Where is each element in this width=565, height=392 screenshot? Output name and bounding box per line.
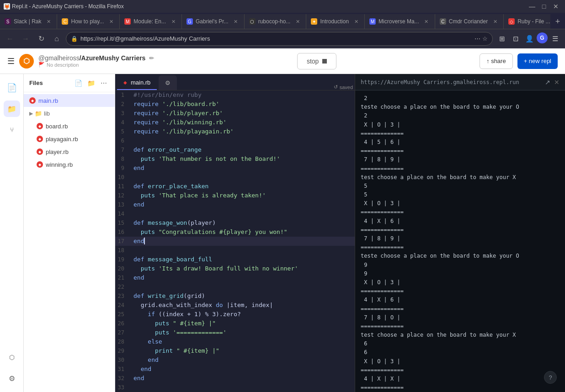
line-content[interactable]: require './lib/player.rb' — [132, 109, 355, 118]
line-content[interactable]: if ((index + 1) % 3).zero? — [132, 310, 355, 319]
edit-icon[interactable]: ✏ — [149, 55, 154, 62]
line-content[interactable]: end — [132, 237, 355, 246]
line-content[interactable]: def error_out_range — [132, 145, 355, 154]
new-file-icon[interactable]: 📄 — [4, 79, 20, 96]
browser-tab-ruby[interactable]: ◇Ruby - File ...✕ — [504, 14, 550, 29]
terminal-area: https://AzureMushy Carriers.gmalheiross.… — [355, 74, 565, 392]
add-folder-button[interactable]: 📁 — [85, 78, 96, 89]
line-content[interactable]: end — [132, 200, 355, 209]
menu-icon[interactable]: ☰ — [549, 32, 561, 45]
code-line-24: 24 grid.each_with_index do |item, index| — [115, 301, 355, 310]
terminal-header: https://AzureMushy Carriers.gmalheiross.… — [355, 74, 565, 90]
line-content[interactable]: else — [132, 337, 355, 346]
close-terminal-button[interactable]: ✕ — [554, 79, 560, 86]
terminal-line: ============= — [361, 366, 560, 375]
add-file-button[interactable]: 📄 — [73, 78, 84, 89]
line-content[interactable]: def message_board_full — [132, 255, 355, 264]
browser-tab-microverse[interactable]: MMicroverse Ma...✕ — [365, 14, 435, 29]
file-item-player_rb[interactable]: ◆player.rb — [24, 145, 115, 158]
line-content[interactable]: puts 'Its a draw! Board full with no win… — [132, 264, 355, 273]
bookmark-star-icon[interactable]: ☆ — [482, 35, 488, 42]
editor-content[interactable]: 1#!/usr/bin/env ruby2require './lib/boar… — [115, 90, 355, 392]
line-content[interactable] — [132, 246, 355, 255]
maximize-button[interactable]: □ — [538, 2, 549, 11]
new-tab-button[interactable]: + — [550, 14, 565, 29]
more-files-button[interactable]: ⋯ — [98, 78, 109, 89]
account-icon[interactable]: 👤 — [523, 32, 536, 45]
terminal-content[interactable]: 2teste choose a place on the board to ma… — [355, 90, 565, 392]
line-content[interactable]: def write_grid(grid) — [132, 291, 355, 301]
bookmark-icon[interactable]: ⋯ — [474, 35, 480, 42]
line-content[interactable]: end — [132, 365, 355, 374]
folder-item-lib[interactable]: ▶📁lib — [24, 107, 115, 120]
home-button[interactable]: ⌂ — [50, 32, 63, 45]
sync-icon[interactable]: ⊡ — [509, 32, 522, 45]
settings-icon[interactable]: ⚙ — [4, 370, 20, 387]
hamburger-menu[interactable]: ☰ — [7, 56, 15, 66]
help-button[interactable]: ? — [544, 371, 557, 384]
line-content[interactable]: puts " #{item} |" — [132, 319, 355, 328]
line-content[interactable] — [132, 282, 355, 291]
line-content[interactable]: puts "Congratulations #{player} you won!… — [132, 228, 355, 237]
code-line-26: 26 puts " #{item} |" — [115, 319, 355, 328]
browser-tab-cmdr[interactable]: CCmdr Coriander✕ — [435, 14, 504, 29]
line-number: 28 — [115, 337, 132, 346]
files-list: ◆main.rb▶📁lib◆board.rb◆playagain.rb◆play… — [24, 92, 115, 392]
file-item-board_rb[interactable]: ◆board.rb — [24, 120, 115, 132]
editor-tab-main-rb[interactable]: ◆ main.rb — [117, 75, 157, 90]
browser-tab-gabriel[interactable]: GGabriel's Pr...✕ — [182, 14, 245, 29]
stop-button[interactable]: stop — [297, 53, 336, 69]
bookmarks-icon[interactable]: ⊞ — [496, 32, 508, 45]
code-line-14: 14 — [115, 209, 355, 218]
url-bar[interactable]: 🔒 https://repl.it/@gmalheiross/AzureMush… — [66, 32, 493, 46]
minimize-button[interactable]: — — [527, 2, 538, 11]
line-content[interactable]: end — [132, 355, 355, 365]
profile-g-icon[interactable]: G — [537, 32, 548, 43]
line-content[interactable]: puts '=============' — [132, 328, 355, 337]
code-line-17: 17end — [115, 237, 355, 246]
line-content[interactable]: end — [132, 273, 355, 282]
browser-tab-howtoplay[interactable]: CHow to play...✕ — [57, 14, 120, 29]
line-content[interactable]: def error_place_taken — [132, 182, 355, 191]
open-terminal-icon[interactable]: ↗ — [545, 79, 550, 86]
line-content[interactable]: def message_won(player) — [132, 218, 355, 228]
line-content[interactable]: end — [132, 164, 355, 173]
file-item-playagain_rb[interactable]: ◆playagain.rb — [24, 132, 115, 145]
line-content[interactable]: require './lib/winning.rb' — [132, 118, 355, 127]
git-icon[interactable]: ⑂ — [4, 122, 20, 138]
file-name: player.rb — [46, 148, 69, 155]
line-content[interactable] — [132, 209, 355, 218]
browser-tab-module[interactable]: MModule: En...✕ — [120, 14, 182, 29]
code-line-23: 23def write_grid(grid) — [115, 291, 355, 301]
close-button[interactable]: ✕ — [550, 2, 561, 11]
file-item-main_rb[interactable]: ◆main.rb — [24, 94, 115, 107]
line-content[interactable]: puts 'That place is already taken!' — [132, 191, 355, 200]
line-content[interactable]: require './lib/board.rb' — [132, 100, 355, 109]
packages-icon[interactable]: ⬡ — [4, 349, 20, 366]
line-content[interactable] — [132, 136, 355, 145]
line-content[interactable]: #!/usr/bin/env ruby — [132, 90, 355, 100]
new-repl-label: + new repl — [524, 58, 551, 64]
line-content[interactable]: grid.each_with_index do |item, index| — [132, 301, 355, 310]
share-button[interactable]: ↑ share — [480, 53, 513, 69]
new-repl-button[interactable]: + new repl — [517, 53, 558, 69]
line-content[interactable]: print " #{item} |" — [132, 346, 355, 355]
line-content[interactable]: require './lib/playagain.rb' — [132, 127, 355, 136]
forward-button[interactable]: → — [19, 32, 32, 45]
line-content[interactable]: end — [132, 374, 355, 383]
editor-tab-settings[interactable]: ⚙ — [159, 75, 177, 90]
line-number: 24 — [115, 301, 132, 309]
files-icon[interactable]: 📁 — [4, 101, 20, 117]
line-content[interactable] — [132, 383, 355, 392]
browser-tab-rubocop[interactable]: ⬡rubocop-ho...✕ — [245, 14, 307, 29]
file-item-winning_rb[interactable]: ◆winning.rb — [24, 158, 115, 171]
browser-tab-intro[interactable]: ✦Introduction✕ — [306, 14, 365, 29]
code-line-33: 33 — [115, 383, 355, 392]
username-link[interactable]: @gmalheiross — [38, 54, 80, 62]
main-layout: 📄 📁 ⑂ ⬡ ⚙ Files 📄 📁 ⋯ ◆main.rb▶📁lib◆boar… — [0, 74, 565, 392]
browser-tab-slack[interactable]: SSlack | Rak✕ — [0, 14, 57, 29]
back-button[interactable]: ← — [4, 32, 16, 45]
line-content[interactable] — [132, 173, 355, 182]
reload-button[interactable]: ↻ — [35, 32, 48, 45]
line-content[interactable]: puts 'That number is not on the Board!' — [132, 154, 355, 164]
